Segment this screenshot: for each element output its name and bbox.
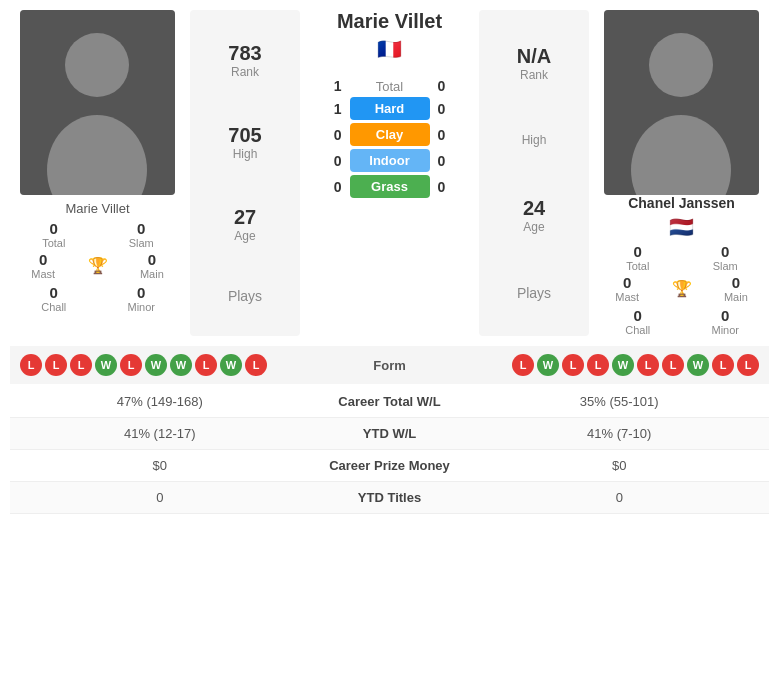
right-total-label: Total [626, 260, 649, 272]
left-bottom-stats: 0 Chall 0 Minor [10, 284, 185, 313]
left-rank-stat: 783 Rank [228, 42, 261, 79]
stats-right-value: 0 [480, 490, 760, 505]
main-container: Marie Villet 0 Total 0 Slam 0 Mast 🏆 [0, 0, 779, 524]
stats-right-value: 35% (55-101) [480, 394, 760, 409]
right-trophy-icon: 🏆 [672, 279, 692, 298]
svg-point-4 [649, 33, 713, 97]
hard-surface-button[interactable]: Hard [350, 97, 430, 120]
left-age-value: 27 [234, 206, 256, 229]
left-main-label: Main [140, 268, 164, 280]
clay-surface-button[interactable]: Clay [350, 123, 430, 146]
form-badge: L [20, 354, 42, 376]
right-rank-value: N/A [517, 45, 551, 68]
stats-right-value: $0 [480, 458, 760, 473]
left-plays-label: Plays [228, 288, 262, 304]
form-badge: L [245, 354, 267, 376]
clay-left-score: 0 [310, 127, 350, 143]
stats-row: 47% (149-168) Career Total W/L 35% (55-1… [10, 386, 769, 418]
right-player-stats: 0 Total 0 Slam [594, 243, 769, 272]
right-player-avatar [604, 10, 759, 195]
left-main-stat: 0 Main [140, 251, 164, 280]
form-label: Form [330, 358, 450, 373]
right-age-label: Age [523, 220, 544, 234]
left-side-panel: 783 Rank 705 High 27 Age Plays [190, 10, 300, 336]
right-chall-stat: 0 Chall [599, 307, 677, 336]
right-minor-value: 0 [721, 307, 729, 324]
form-section: LLLWLWWLWL Form LWLLWLLWLL [10, 346, 769, 384]
right-mast-stat: 0 Mast [615, 274, 639, 303]
clay-row: 0 Clay 0 [305, 123, 474, 146]
right-player-card: Chanel Janssen 🇳🇱 0 Total 0 Slam 0 Mast [594, 10, 769, 336]
right-slam-stat: 0 Slam [687, 243, 765, 272]
grass-row: 0 Grass 0 [305, 175, 474, 198]
form-badge: W [170, 354, 192, 376]
right-side-panel: N/A Rank High 24 Age Plays [479, 10, 589, 336]
left-rank-label: Rank [231, 65, 259, 79]
left-trophy-row: 0 Mast 🏆 0 Main [10, 251, 185, 280]
form-badge: W [687, 354, 709, 376]
left-high-value: 705 [228, 124, 261, 147]
form-badge: W [612, 354, 634, 376]
left-mast-label: Mast [31, 268, 55, 280]
stats-label: YTD W/L [300, 426, 480, 441]
stats-left-value: $0 [20, 458, 300, 473]
stats-row: 0 YTD Titles 0 [10, 482, 769, 514]
left-rank-value: 783 [228, 42, 261, 65]
right-mast-label: Mast [615, 291, 639, 303]
left-player-card: Marie Villet 0 Total 0 Slam 0 Mast 🏆 [10, 10, 185, 336]
right-chall-value: 0 [634, 307, 642, 324]
left-slam-value: 0 [137, 220, 145, 237]
right-rank-label: Rank [520, 68, 548, 82]
right-age-value: 24 [523, 197, 545, 220]
form-badge: W [537, 354, 559, 376]
left-player-name: Marie Villet [65, 201, 129, 216]
form-badge: L [712, 354, 734, 376]
grass-surface-button[interactable]: Grass [350, 175, 430, 198]
total-label: Total [350, 79, 430, 94]
right-total-stat: 0 Total [599, 243, 677, 272]
form-badge: L [512, 354, 534, 376]
left-chall-label: Chall [41, 301, 66, 313]
stats-left-value: 47% (149-168) [20, 394, 300, 409]
total-row: 1 Total 0 [305, 78, 474, 94]
left-main-value: 0 [148, 251, 156, 268]
form-badge: L [587, 354, 609, 376]
left-mast-value: 0 [39, 251, 47, 268]
svg-point-1 [65, 33, 129, 97]
right-total-value: 0 [634, 243, 642, 260]
form-badge: W [145, 354, 167, 376]
indoor-surface-button[interactable]: Indoor [350, 149, 430, 172]
left-slam-stat: 0 Slam [103, 220, 181, 249]
stats-row: 41% (12-17) YTD W/L 41% (7-10) [10, 418, 769, 450]
form-badge: L [662, 354, 684, 376]
top-section: Marie Villet 0 Total 0 Slam 0 Mast 🏆 [10, 10, 769, 336]
form-badge: L [637, 354, 659, 376]
left-age-label: Age [234, 229, 255, 243]
grass-right-score: 0 [430, 179, 470, 195]
stats-section: 47% (149-168) Career Total W/L 35% (55-1… [10, 386, 769, 514]
indoor-right-score: 0 [430, 153, 470, 169]
stats-row: $0 Career Prize Money $0 [10, 450, 769, 482]
right-minor-label: Minor [711, 324, 739, 336]
form-badge: L [195, 354, 217, 376]
form-badge: W [95, 354, 117, 376]
left-player-name-header: Marie Villet [337, 10, 442, 33]
left-player-avatar [20, 10, 175, 195]
stats-right-value: 41% (7-10) [480, 426, 760, 441]
stats-left-value: 41% (12-17) [20, 426, 300, 441]
form-badge: L [120, 354, 142, 376]
left-trophy-icon: 🏆 [88, 256, 108, 275]
left-chall-stat: 0 Chall [15, 284, 93, 313]
right-high-stat: High [522, 133, 547, 147]
left-mast-stat: 0 Mast [31, 251, 55, 280]
center-section: Marie Villet 🇫🇷 1 Total 0 1 Hard 0 [305, 10, 474, 336]
left-slam-label: Slam [129, 237, 154, 249]
left-player-stats: 0 Total 0 Slam [10, 220, 185, 249]
left-chall-value: 0 [50, 284, 58, 301]
form-badge: W [220, 354, 242, 376]
right-age-stat: 24 Age [523, 197, 545, 234]
right-mast-value: 0 [623, 274, 631, 291]
total-left-score: 1 [310, 78, 350, 94]
left-high-label: High [233, 147, 258, 161]
stats-label: Career Prize Money [300, 458, 480, 473]
